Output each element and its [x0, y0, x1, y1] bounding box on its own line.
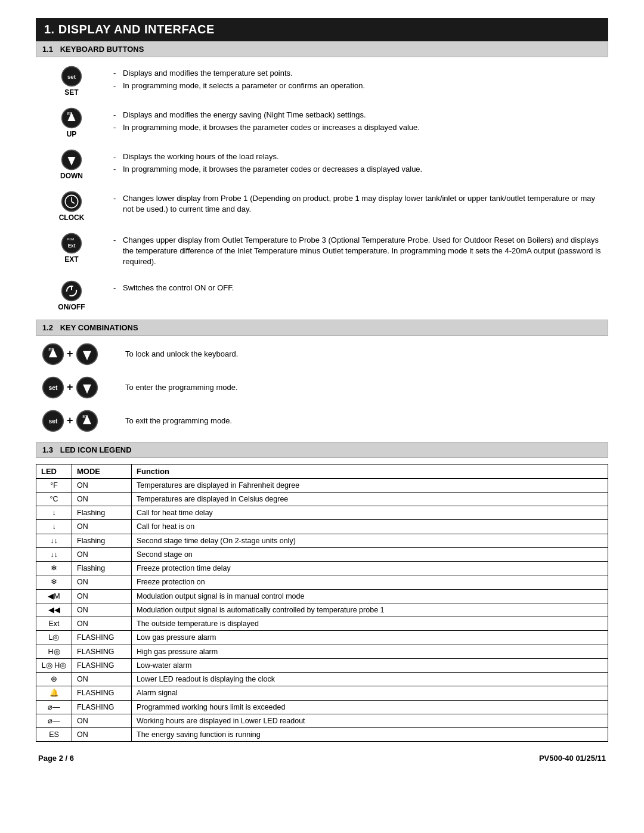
mode-cell-11: FLASHING — [72, 631, 132, 645]
key-icon-up-col: ES UP — [42, 107, 101, 138]
key-icon-ext-col: PoM Ext EXT — [42, 233, 101, 264]
led-cell-6: ❄ — [36, 562, 72, 575]
led-table-row: ⌀—ONWorking hours are displayed in Lower… — [36, 714, 608, 727]
key-row-onoff: ON/OFF Switches the control ON or OFF. — [36, 278, 608, 314]
mode-cell-0: ON — [72, 478, 132, 492]
led-table-row: ⊕ONLower LED readout is displaying the c… — [36, 673, 608, 686]
function-cell-12: High gas pressure alarm — [132, 645, 608, 658]
svg-text:set: set — [67, 73, 76, 80]
section-1-1-number: 1.1 — [42, 45, 53, 54]
led-table-header-row: LED MODE Function — [36, 464, 608, 478]
led-table-row: ↓ONCall for heat is on — [36, 520, 608, 534]
mode-cell-1: ON — [72, 492, 132, 506]
down-label: DOWN — [60, 172, 83, 180]
led-cell-12: H◎ — [36, 645, 72, 658]
key-icon-onoff-col: ON/OFF — [42, 280, 101, 311]
led-table-row: °FONTemperatures are displayed in Fahren… — [36, 478, 608, 492]
led-cell-14: ⊕ — [36, 673, 72, 686]
clock-button-icon — [61, 191, 82, 212]
footer-page: Page 2 / 6 — [38, 754, 74, 763]
combo-1-plus: + — [67, 348, 73, 360]
combo-3-icons: set + ES — [42, 410, 113, 432]
led-table-row: ❄FlashingFreeze protection time delay — [36, 562, 608, 575]
clock-description: Changes lower display from Probe 1 (Depe… — [101, 191, 602, 216]
led-table-row: ESONThe energy saving function is runnin… — [36, 728, 608, 742]
section-led-legend: 1.3 LED ICON LEGEND LED MODE Function °F… — [36, 442, 608, 742]
led-cell-8: ◀M — [36, 589, 72, 603]
function-cell-13: Low-water alarm — [132, 658, 608, 672]
section-1-3-title: LED ICON LEGEND — [60, 445, 132, 454]
section-1-2-header: 1.2 KEY COMBINATIONS — [36, 320, 608, 336]
combo-2-icon-a: set — [42, 376, 64, 399]
combo-row-3: set + ES To exit the programming mode. — [36, 408, 608, 433]
led-table-row: H◎FLASHINGHigh gas pressure alarm — [36, 645, 608, 658]
onoff-button-icon — [61, 280, 82, 302]
set-desc-2: In programming mode, it selects a parame… — [113, 80, 602, 91]
svg-text:Ext: Ext — [68, 243, 76, 249]
led-table-row: ExtONThe outside temperature is displaye… — [36, 617, 608, 631]
led-table-row: °CONTemperatures are displayed in Celsiu… — [36, 492, 608, 506]
led-cell-5: ↓↓ — [36, 547, 72, 561]
combo-row-2: set + To enter the programming mode. — [36, 375, 608, 400]
function-cell-0: Temperatures are displayed in Fahrenheit… — [132, 478, 608, 492]
section-1-2-number: 1.2 — [42, 323, 53, 332]
up-button-icon: ES — [61, 107, 82, 129]
function-cell-3: Call for heat is on — [132, 520, 608, 534]
mode-cell-16: FLASHING — [72, 700, 132, 714]
clock-label: CLOCK — [59, 213, 85, 222]
function-cell-16: Programmed working hours limit is exceed… — [132, 700, 608, 714]
section-1-3-header: 1.3 LED ICON LEGEND — [36, 442, 608, 458]
section-1-2-title: KEY COMBINATIONS — [60, 323, 138, 332]
led-table: LED MODE Function °FONTemperatures are d… — [36, 464, 608, 742]
led-table-row: ↓↓FlashingSecond stage time delay (On 2-… — [36, 534, 608, 547]
function-cell-1: Temperatures are displayed in Celsius de… — [132, 492, 608, 506]
key-row-down: DOWN Displays the working hours of the l… — [36, 147, 608, 182]
onoff-description: Switches the control ON or OFF. — [101, 280, 602, 295]
mode-cell-14: ON — [72, 673, 132, 686]
function-cell-10: The outside temperature is displayed — [132, 617, 608, 631]
set-desc-1: Displays and modifies the temperature se… — [113, 68, 602, 79]
led-cell-13: L◎ H◎ — [36, 658, 72, 672]
led-cell-3: ↓ — [36, 520, 72, 534]
key-row-set: set SET Displays and modifies the temper… — [36, 63, 608, 99]
led-table-row: ◀MONModulation output signal is in manua… — [36, 589, 608, 603]
svg-text:PoM: PoM — [67, 237, 75, 241]
led-table-row: ↓↓ONSecond stage on — [36, 547, 608, 561]
led-table-row: 🔔FLASHINGAlarm signal — [36, 686, 608, 700]
combo-2-desc: To enter the programming mode. — [113, 383, 602, 392]
function-cell-8: Modulation output signal is in manual co… — [132, 589, 608, 603]
svg-point-14 — [62, 281, 82, 301]
footer-doc: PV500-40 01/25/11 — [539, 754, 606, 763]
led-table-row: L◎FLASHINGLow gas pressure alarm — [36, 631, 608, 645]
led-cell-4: ↓↓ — [36, 534, 72, 547]
led-cell-10: Ext — [36, 617, 72, 631]
mode-cell-15: FLASHING — [72, 686, 132, 700]
mode-cell-2: Flashing — [72, 506, 132, 520]
down-desc-2: In programming mode, it browses the para… — [113, 164, 602, 175]
set-button-icon: set — [61, 66, 82, 87]
function-cell-5: Second stage on — [132, 547, 608, 561]
page-title: 1. DISPLAY AND INTERFACE — [36, 18, 608, 41]
combo-1-icon-a: ES — [42, 343, 64, 366]
section-1-1-title: KEYBOARD BUTTONS — [60, 45, 144, 54]
onoff-desc-1: Switches the control ON or OFF. — [113, 283, 602, 293]
function-cell-9: Modulation output signal is automaticall… — [132, 603, 608, 617]
mode-cell-13: FLASHING — [72, 658, 132, 672]
led-cell-1: °C — [36, 492, 72, 506]
mode-cell-5: ON — [72, 547, 132, 561]
function-cell-17: Working hours are displayed in Lower LED… — [132, 714, 608, 727]
up-desc-2: In programming mode, it browses the para… — [113, 122, 602, 133]
function-cell-14: Lower LED readout is displaying the cloc… — [132, 673, 608, 686]
combo-1-desc: To lock and unlock the keyboard. — [113, 349, 602, 358]
mode-cell-4: Flashing — [72, 534, 132, 547]
combo-3-icon-a: set — [42, 410, 64, 432]
key-icon-clock-col: CLOCK — [42, 191, 101, 222]
combo-3-plus: + — [67, 414, 73, 427]
onoff-label: ON/OFF — [58, 303, 85, 311]
section-1-1-header: 1.1 KEYBOARD BUTTONS — [36, 41, 608, 57]
mode-cell-18: ON — [72, 728, 132, 742]
function-cell-2: Call for heat time delay — [132, 506, 608, 520]
combo-row-1: ES + To lock and unlock the keyboard. — [36, 342, 608, 367]
down-button-icon — [61, 149, 82, 171]
mode-cell-9: ON — [72, 603, 132, 617]
